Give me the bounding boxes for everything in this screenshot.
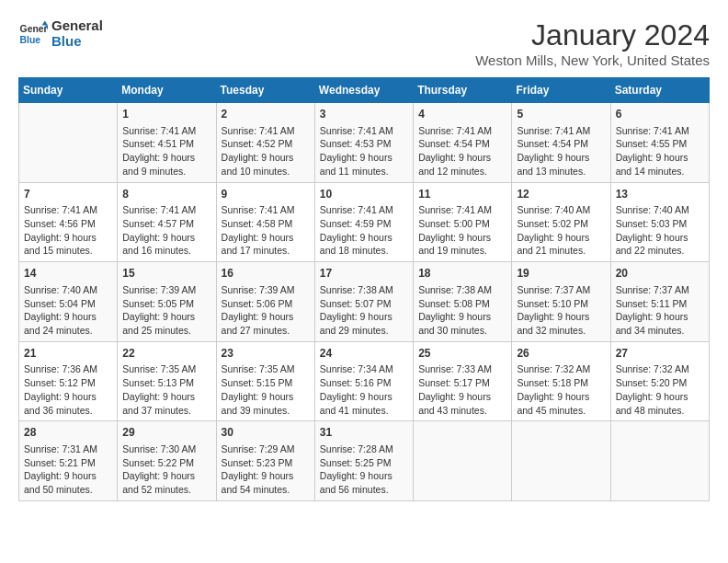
day-number: 31 [320,425,408,441]
day-number: 24 [320,346,408,362]
day-number: 9 [222,187,310,202]
day-info: Sunrise: 7:41 AMSunset: 4:56 PMDaylight:… [24,203,112,258]
day-number: 1 [122,107,210,122]
calendar-cell: 30Sunrise: 7:29 AMSunset: 5:23 PMDayligh… [216,421,314,501]
day-info: Sunrise: 7:41 AMSunset: 5:00 PMDaylight:… [418,203,506,258]
col-header-monday: Monday [118,78,216,103]
day-number: 10 [320,187,408,202]
column-header-row: SundayMondayTuesdayWednesdayThursdayFrid… [19,78,710,103]
week-row-4: 21Sunrise: 7:36 AMSunset: 5:12 PMDayligh… [19,341,710,421]
day-number: 11 [418,187,506,202]
day-info: Sunrise: 7:40 AMSunset: 5:03 PMDaylight:… [616,203,704,258]
calendar-cell [414,421,512,501]
calendar-cell: 19Sunrise: 7:37 AMSunset: 5:10 PMDayligh… [512,262,610,342]
week-row-3: 14Sunrise: 7:40 AMSunset: 5:04 PMDayligh… [19,262,710,342]
logo: General Blue General Blue [18,18,103,49]
day-number: 22 [122,346,210,362]
day-number: 4 [418,107,506,122]
day-info: Sunrise: 7:39 AMSunset: 5:05 PMDaylight:… [122,283,210,338]
day-info: Sunrise: 7:36 AMSunset: 5:12 PMDaylight:… [24,362,112,417]
day-info: Sunrise: 7:32 AMSunset: 5:20 PMDaylight:… [616,362,704,417]
day-info: Sunrise: 7:30 AMSunset: 5:22 PMDaylight:… [122,442,210,497]
title-block: January 2024 Weston Mills, New York, Uni… [475,18,710,68]
calendar-cell: 23Sunrise: 7:35 AMSunset: 5:15 PMDayligh… [216,341,314,421]
day-info: Sunrise: 7:41 AMSunset: 4:54 PMDaylight:… [418,124,506,178]
day-number: 17 [320,266,408,282]
day-info: Sunrise: 7:32 AMSunset: 5:18 PMDaylight:… [517,362,605,417]
calendar-cell [512,421,610,501]
day-info: Sunrise: 7:35 AMSunset: 5:15 PMDaylight:… [222,362,310,417]
day-info: Sunrise: 7:40 AMSunset: 5:02 PMDaylight:… [517,203,605,258]
calendar-subtitle: Weston Mills, New York, United States [475,52,710,68]
calendar-cell: 9Sunrise: 7:41 AMSunset: 4:58 PMDaylight… [216,182,314,262]
calendar-cell: 16Sunrise: 7:39 AMSunset: 5:06 PMDayligh… [216,262,314,342]
calendar-cell: 8Sunrise: 7:41 AMSunset: 4:57 PMDaylight… [118,182,216,262]
calendar-cell: 17Sunrise: 7:38 AMSunset: 5:07 PMDayligh… [314,262,413,342]
col-header-thursday: Thursday [414,78,512,103]
day-info: Sunrise: 7:39 AMSunset: 5:06 PMDaylight:… [222,283,310,338]
svg-text:Blue: Blue [20,34,41,44]
day-number: 30 [222,425,310,441]
day-number: 6 [616,107,704,122]
day-info: Sunrise: 7:40 AMSunset: 5:04 PMDaylight:… [24,283,112,338]
day-number: 28 [24,425,112,441]
col-header-saturday: Saturday [610,78,709,103]
day-number: 2 [222,107,310,122]
calendar-table: SundayMondayTuesdayWednesdayThursdayFrid… [18,77,710,501]
day-info: Sunrise: 7:34 AMSunset: 5:16 PMDaylight:… [320,362,408,417]
calendar-cell: 1Sunrise: 7:41 AMSunset: 4:51 PMDaylight… [118,103,216,183]
day-number: 7 [24,187,112,202]
calendar-cell: 28Sunrise: 7:31 AMSunset: 5:21 PMDayligh… [19,421,118,501]
logo-text: General Blue [51,18,103,49]
day-info: Sunrise: 7:28 AMSunset: 5:25 PMDaylight:… [320,442,408,497]
day-number: 26 [517,346,605,362]
day-info: Sunrise: 7:37 AMSunset: 5:10 PMDaylight:… [517,283,605,338]
day-info: Sunrise: 7:41 AMSunset: 4:58 PMDaylight:… [222,203,310,258]
page-header: General Blue General Blue January 2024 W… [18,18,710,68]
calendar-cell: 6Sunrise: 7:41 AMSunset: 4:55 PMDaylight… [610,103,709,183]
day-info: Sunrise: 7:38 AMSunset: 5:08 PMDaylight:… [418,283,506,338]
calendar-cell: 21Sunrise: 7:36 AMSunset: 5:12 PMDayligh… [19,341,118,421]
calendar-cell: 26Sunrise: 7:32 AMSunset: 5:18 PMDayligh… [512,341,610,421]
col-header-sunday: Sunday [19,78,118,103]
day-info: Sunrise: 7:41 AMSunset: 4:57 PMDaylight:… [122,203,210,258]
day-info: Sunrise: 7:41 AMSunset: 4:52 PMDaylight:… [222,124,310,178]
week-row-2: 7Sunrise: 7:41 AMSunset: 4:56 PMDaylight… [19,182,710,262]
day-number: 8 [122,187,210,202]
week-row-1: 1Sunrise: 7:41 AMSunset: 4:51 PMDaylight… [19,103,710,183]
day-number: 21 [24,346,112,362]
calendar-cell: 31Sunrise: 7:28 AMSunset: 5:25 PMDayligh… [314,421,413,501]
calendar-cell [19,103,118,183]
day-info: Sunrise: 7:33 AMSunset: 5:17 PMDaylight:… [418,362,506,417]
calendar-cell: 3Sunrise: 7:41 AMSunset: 4:53 PMDaylight… [314,103,413,183]
day-number: 14 [24,266,112,282]
calendar-cell: 5Sunrise: 7:41 AMSunset: 4:54 PMDaylight… [512,103,610,183]
calendar-cell: 10Sunrise: 7:41 AMSunset: 4:59 PMDayligh… [314,182,413,262]
calendar-title: January 2024 [475,18,710,52]
calendar-cell: 14Sunrise: 7:40 AMSunset: 5:04 PMDayligh… [19,262,118,342]
calendar-cell: 11Sunrise: 7:41 AMSunset: 5:00 PMDayligh… [414,182,512,262]
svg-text:General: General [20,24,48,34]
calendar-cell: 13Sunrise: 7:40 AMSunset: 5:03 PMDayligh… [610,182,709,262]
calendar-cell: 22Sunrise: 7:35 AMSunset: 5:13 PMDayligh… [118,341,216,421]
calendar-cell: 20Sunrise: 7:37 AMSunset: 5:11 PMDayligh… [610,262,709,342]
day-number: 29 [122,425,210,441]
day-number: 12 [517,187,605,202]
day-info: Sunrise: 7:29 AMSunset: 5:23 PMDaylight:… [222,442,310,497]
col-header-wednesday: Wednesday [314,78,413,103]
day-info: Sunrise: 7:35 AMSunset: 5:13 PMDaylight:… [122,362,210,417]
calendar-cell: 7Sunrise: 7:41 AMSunset: 4:56 PMDaylight… [19,182,118,262]
day-number: 18 [418,266,506,282]
day-number: 20 [616,266,704,282]
day-number: 5 [517,107,605,122]
day-number: 27 [616,346,704,362]
day-number: 15 [122,266,210,282]
col-header-friday: Friday [512,78,610,103]
col-header-tuesday: Tuesday [216,78,314,103]
calendar-cell: 2Sunrise: 7:41 AMSunset: 4:52 PMDaylight… [216,103,314,183]
calendar-cell: 4Sunrise: 7:41 AMSunset: 4:54 PMDaylight… [414,103,512,183]
week-row-5: 28Sunrise: 7:31 AMSunset: 5:21 PMDayligh… [19,421,710,501]
day-info: Sunrise: 7:37 AMSunset: 5:11 PMDaylight:… [616,283,704,338]
day-info: Sunrise: 7:41 AMSunset: 4:51 PMDaylight:… [122,124,210,178]
day-number: 3 [320,107,408,122]
